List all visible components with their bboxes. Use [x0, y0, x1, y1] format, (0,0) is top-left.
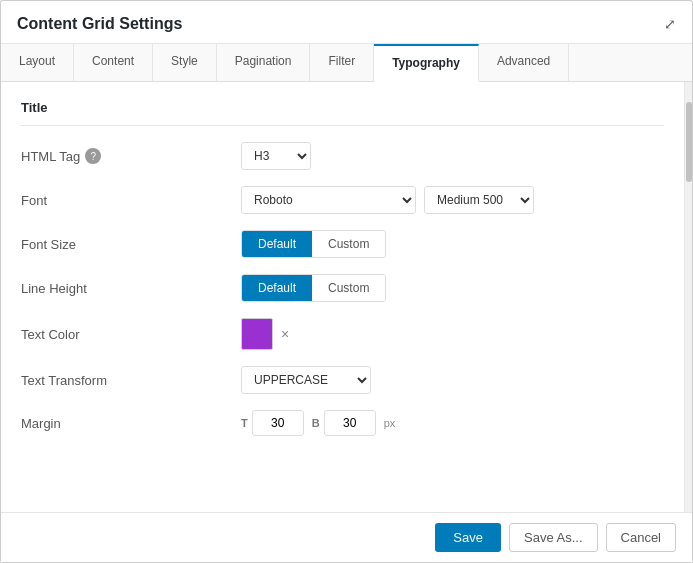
- text-transform-row: Text Transform None UPPERCASE lowercase …: [21, 366, 664, 394]
- tab-layout[interactable]: Layout: [1, 44, 74, 81]
- font-row: Font Roboto Open Sans Lato Montserrat Os…: [21, 186, 664, 214]
- tab-style[interactable]: Style: [153, 44, 217, 81]
- html-tag-label: HTML Tag ?: [21, 148, 241, 164]
- font-label: Font: [21, 193, 241, 208]
- line-height-row: Line Height Default Custom: [21, 274, 664, 302]
- font-weight-select[interactable]: Thin 100 Light 300 Regular 400 Medium 50…: [424, 186, 534, 214]
- tab-advanced[interactable]: Advanced: [479, 44, 569, 81]
- margin-unit: px: [384, 417, 396, 429]
- text-transform-select[interactable]: None UPPERCASE lowercase Capitalize: [241, 366, 371, 394]
- line-height-default-btn[interactable]: Default: [242, 275, 312, 301]
- margin-top-group: T: [241, 410, 304, 436]
- line-height-custom-btn[interactable]: Custom: [312, 275, 385, 301]
- margin-bottom-label: B: [312, 417, 320, 429]
- html-tag-row: HTML Tag ? H3 ⬍ H1 H2 H3 H4 H5 H6 div sp…: [21, 142, 664, 170]
- dialog-footer: Save Save As... Cancel: [1, 512, 692, 562]
- html-tag-control: H3 ⬍ H1 H2 H3 H4 H5 H6 div span p: [241, 142, 664, 170]
- font-control: Roboto Open Sans Lato Montserrat Oswald …: [241, 186, 664, 214]
- margin-label: Margin: [21, 416, 241, 431]
- font-size-custom-btn[interactable]: Custom: [312, 231, 385, 257]
- dialog-title: Content Grid Settings: [17, 15, 182, 33]
- margin-top-input[interactable]: [252, 410, 304, 436]
- text-transform-label: Text Transform: [21, 373, 241, 388]
- font-size-default-btn[interactable]: Default: [242, 231, 312, 257]
- margin-bottom-input[interactable]: [324, 410, 376, 436]
- save-button[interactable]: Save: [435, 523, 501, 552]
- margin-inputs: T B px: [241, 410, 395, 436]
- dialog: Content Grid Settings ⤢ Layout Content S…: [0, 0, 693, 563]
- font-family-select[interactable]: Roboto Open Sans Lato Montserrat Oswald: [241, 186, 416, 214]
- tab-pagination[interactable]: Pagination: [217, 44, 311, 81]
- text-color-swatch[interactable]: [241, 318, 273, 350]
- content-area: Title HTML Tag ? H3 ⬍ H1 H2 H3 H4 H5 H6: [1, 82, 692, 512]
- main-content: Title HTML Tag ? H3 ⬍ H1 H2 H3 H4 H5 H6: [1, 82, 684, 512]
- tab-typography[interactable]: Typography: [374, 44, 479, 82]
- margin-bottom-group: B: [312, 410, 376, 436]
- color-clear-btn[interactable]: ×: [279, 324, 291, 344]
- line-height-btn-group: Default Custom: [241, 274, 386, 302]
- margin-row: Margin T B px: [21, 410, 664, 436]
- font-size-btn-group: Default Custom: [241, 230, 386, 258]
- tab-filter[interactable]: Filter: [310, 44, 374, 81]
- text-color-row: Text Color ×: [21, 318, 664, 350]
- font-size-control: Default Custom: [241, 230, 664, 258]
- expand-icon[interactable]: ⤢: [664, 16, 676, 32]
- font-size-label: Font Size: [21, 237, 241, 252]
- line-height-control: Default Custom: [241, 274, 664, 302]
- tab-content[interactable]: Content: [74, 44, 153, 81]
- cancel-button[interactable]: Cancel: [606, 523, 676, 552]
- color-swatch-wrap: ×: [241, 318, 291, 350]
- text-color-label: Text Color: [21, 327, 241, 342]
- section-title: Title: [21, 100, 664, 126]
- font-size-row: Font Size Default Custom: [21, 230, 664, 258]
- scrollbar-thumb[interactable]: [686, 102, 692, 182]
- save-as-button[interactable]: Save As...: [509, 523, 598, 552]
- margin-top-label: T: [241, 417, 248, 429]
- scrollbar[interactable]: [684, 82, 692, 512]
- html-tag-select[interactable]: H3 ⬍ H1 H2 H3 H4 H5 H6 div span p: [241, 142, 311, 170]
- tabs: Layout Content Style Pagination Filter T…: [1, 44, 692, 82]
- html-tag-help-icon[interactable]: ?: [85, 148, 101, 164]
- line-height-label: Line Height: [21, 281, 241, 296]
- dialog-header: Content Grid Settings ⤢: [1, 1, 692, 44]
- text-color-control: ×: [241, 318, 664, 350]
- text-transform-control: None UPPERCASE lowercase Capitalize: [241, 366, 664, 394]
- margin-control: T B px: [241, 410, 664, 436]
